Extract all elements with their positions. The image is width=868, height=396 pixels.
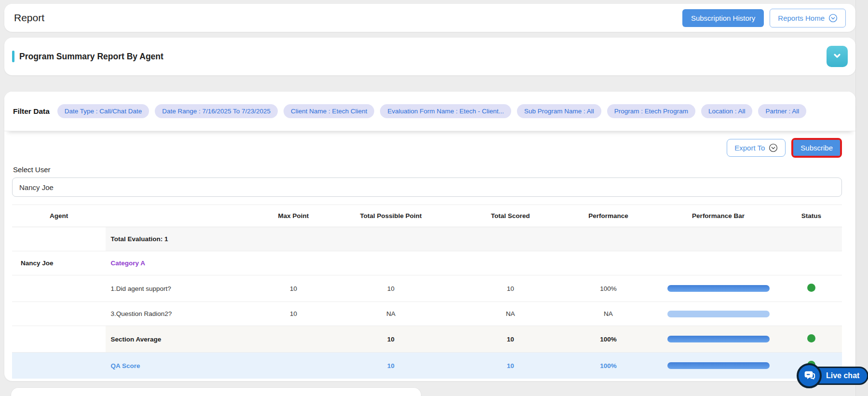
table-row-agent-category: Nancy Joe Category A xyxy=(12,251,842,275)
filter-chip-client-name[interactable]: Client Name : Etech Client xyxy=(284,104,374,118)
filter-chip-partner[interactable]: Partner : All xyxy=(758,104,806,118)
question-label: 1.Did agent support? xyxy=(106,275,265,302)
select-user-input[interactable] xyxy=(12,178,842,197)
filter-chip-evaluation-form[interactable]: Evaluation Form Name : Etech - Client... xyxy=(380,104,511,118)
agent-cell-empty xyxy=(12,227,106,251)
main-content: Export To Subscribe Select User Agent xyxy=(4,138,855,386)
select-user-label: Select User xyxy=(13,165,842,174)
column-header-label xyxy=(106,205,265,227)
performance-value: NA xyxy=(561,302,656,326)
question-label: 3.Question Radion2? xyxy=(106,302,265,326)
agent-name-cell: Nancy Joe xyxy=(12,251,106,275)
performance-bar-na xyxy=(667,311,770,317)
agent-summary-table: Agent Max Point Total Possible Point Tot… xyxy=(12,205,842,379)
total-possible-point-value: NA xyxy=(322,302,460,326)
column-header-total-scored: Total Scored xyxy=(460,205,560,227)
table-row-question-2: 3.Question Radion2? 10 NA NA NA xyxy=(12,302,842,326)
max-point-value: 10 xyxy=(265,302,322,326)
column-header-status: Status xyxy=(781,205,842,227)
reports-home-button[interactable]: Reports Home xyxy=(770,9,846,27)
actions-row: Export To Subscribe xyxy=(12,138,842,158)
total-possible-point-value: 10 xyxy=(322,353,460,379)
table-row-question-1: 1.Did agent support? 10 10 10 100% xyxy=(12,275,842,302)
max-point-value: 10 xyxy=(265,275,322,302)
live-chat-widget[interactable]: Live chat xyxy=(797,367,868,385)
total-evaluation-label: Total Evaluation: 1 xyxy=(106,227,842,251)
subscribe-label: Subscribe xyxy=(800,144,833,152)
section-average-label: Section Average xyxy=(106,326,265,353)
column-header-performance-bar: Performance Bar xyxy=(656,205,780,227)
total-scored-value: 10 xyxy=(460,275,560,302)
collapse-section-button[interactable] xyxy=(827,46,848,67)
filter-chip-sub-program[interactable]: Sub Program Name : All xyxy=(517,104,601,118)
performance-bar xyxy=(667,362,770,369)
next-section-card-partial xyxy=(11,387,421,396)
qa-score-label: QA Score xyxy=(106,353,265,379)
header-actions: Subscription History Reports Home xyxy=(682,9,846,27)
table-row-total-evaluation: Total Evaluation: 1 xyxy=(12,227,842,251)
total-scored-value: 10 xyxy=(460,353,560,379)
filter-chip-program[interactable]: Program : Etech Program xyxy=(607,104,695,118)
total-possible-point-value: 10 xyxy=(322,326,460,353)
performance-bar xyxy=(667,285,770,292)
filter-chip-date-type[interactable]: Date Type : Call/Chat Date xyxy=(57,104,149,118)
column-header-performance: Performance xyxy=(561,205,656,227)
filter-chip-date-range[interactable]: Date Range : 7/16/2025 To 7/23/2025 xyxy=(155,104,278,118)
status-dot-green xyxy=(807,334,815,342)
filter-data-label: Filter Data xyxy=(13,107,50,116)
export-to-button[interactable]: Export To xyxy=(727,139,786,157)
performance-value: 100% xyxy=(561,275,656,302)
total-scored-value: NA xyxy=(460,302,560,326)
subscribe-highlight-border: Subscribe xyxy=(791,138,842,158)
table-row-qa-score: QA Score 10 10 100% xyxy=(12,353,842,379)
chevron-down-circle-icon xyxy=(769,143,778,152)
subscription-history-label: Subscription History xyxy=(691,14,755,22)
max-point-value xyxy=(265,326,322,353)
status-dot-green xyxy=(807,284,815,292)
report-section-card: Program Summary Report By Agent xyxy=(4,38,855,75)
filter-chip-location[interactable]: Location : All xyxy=(701,104,753,118)
export-to-label: Export To xyxy=(734,144,765,152)
column-header-agent: Agent xyxy=(12,205,106,227)
main-content-card: Filter Data Date Type : Call/Chat Date D… xyxy=(4,92,855,381)
chat-bubbles-icon xyxy=(797,363,822,388)
subscription-history-button[interactable]: Subscription History xyxy=(682,9,764,27)
performance-value: 100% xyxy=(561,353,656,379)
total-possible-point-value: 10 xyxy=(322,275,460,302)
teal-accent-bar xyxy=(12,51,14,62)
performance-value: 100% xyxy=(561,326,656,353)
table-header-row: Agent Max Point Total Possible Point Tot… xyxy=(12,205,842,227)
reports-home-label: Reports Home xyxy=(778,14,825,22)
top-header-card: Report Subscription History Reports Home xyxy=(4,4,855,32)
column-header-max-point: Max Point xyxy=(265,205,322,227)
table-row-section-average: Section Average 10 10 100% xyxy=(12,326,842,353)
total-scored-value: 10 xyxy=(460,326,560,353)
filter-bar: Filter Data Date Type : Call/Chat Date D… xyxy=(4,92,855,131)
subscribe-button[interactable]: Subscribe xyxy=(793,140,840,156)
page-title: Report xyxy=(14,12,44,24)
chevron-down-circle-icon xyxy=(828,14,838,23)
category-link[interactable]: Category A xyxy=(106,251,265,275)
scrollbar[interactable] xyxy=(855,0,868,396)
column-header-total-possible-point: Total Possible Point xyxy=(322,205,460,227)
section-title: Program Summary Report By Agent xyxy=(19,52,163,62)
performance-bar xyxy=(667,336,770,342)
chevron-down-icon xyxy=(832,51,842,63)
